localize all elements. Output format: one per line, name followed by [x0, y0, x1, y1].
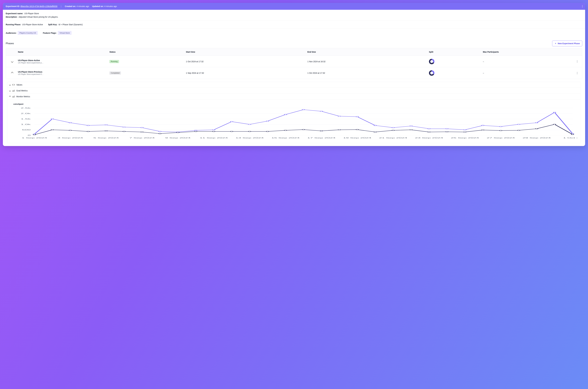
monitor-metrics-label: Monitor Metrics	[16, 95, 30, 98]
svg-point-24	[248, 124, 251, 125]
experiment-detail-page: Experiment ID: 8feec45e-1613-4734-9e93-c…	[3, 3, 585, 146]
row-expand-toggle[interactable]	[8, 61, 17, 63]
col-end: End time	[307, 51, 427, 53]
exp-id-label: Experiment ID:	[6, 5, 20, 7]
split-donut-icon	[429, 70, 434, 76]
created-on-value: 4 minutes ago	[77, 5, 89, 7]
running-phase-label: Running Phase:	[6, 23, 21, 26]
svg-text:17 Sep 2024: 17 Sep 2024	[307, 137, 336, 139]
svg-point-59	[320, 130, 323, 131]
svg-point-28	[320, 111, 323, 112]
phases-table: Name Status Start time End time Split Ma…	[6, 48, 582, 79]
experiment-desc-label: Description:	[6, 16, 18, 18]
chevron-down-icon	[9, 84, 11, 86]
row-overflow-menu[interactable]	[574, 72, 580, 74]
row-expand-toggle[interactable]	[8, 72, 17, 74]
svg-point-61	[356, 129, 359, 130]
feature-flag-chip[interactable]: Virtual-Store	[58, 31, 72, 35]
experiment-name-label: Experiment name:	[6, 12, 23, 15]
svg-point-58	[302, 129, 305, 130]
svg-point-60	[338, 130, 340, 130]
exp-id-value[interactable]: 8feec45e-1613-4734-9e93-c158cbdf9030	[21, 5, 58, 7]
code-icon	[12, 84, 15, 86]
svg-point-48	[123, 131, 125, 132]
chart-container: coinsSpent 05001.0k1.5k2.0k2.5k1 Sep 202…	[7, 99, 581, 143]
svg-point-35	[446, 128, 448, 129]
svg-text:19 Sep 2024: 19 Sep 2024	[343, 137, 371, 139]
start-time: 1 Sep 2024 at 17:32	[186, 72, 306, 74]
phase-subtitle: US Player Store experiment p…	[18, 62, 108, 64]
svg-text:1 Sep 2024: 1 Sep 2024	[22, 137, 47, 139]
split-key-value: Id + Phase Start (Dynamic)	[59, 23, 83, 26]
svg-point-39	[517, 124, 520, 125]
svg-point-34	[428, 128, 430, 129]
accordion-values[interactable]: Values	[7, 82, 581, 88]
svg-text:2.5k: 2.5k	[21, 107, 31, 109]
svg-point-46	[87, 131, 89, 132]
svg-point-37	[482, 125, 484, 126]
svg-point-44	[51, 130, 54, 130]
svg-point-72	[553, 124, 556, 125]
svg-point-53	[213, 131, 215, 132]
status-badge: Running	[109, 60, 119, 63]
header-bar: Experiment ID: 8feec45e-1613-4734-9e93-c…	[3, 3, 585, 10]
meta-name-desc: Experiment name: US-Player-Store Descrip…	[3, 10, 585, 21]
svg-point-33	[410, 126, 412, 126]
svg-point-70	[517, 130, 520, 131]
svg-point-68	[482, 130, 484, 130]
header-overflow-menu[interactable]	[582, 5, 583, 7]
svg-point-29	[338, 116, 340, 116]
feature-flags-label: Feature Flags:	[43, 32, 57, 34]
svg-point-66	[446, 131, 448, 132]
phase-expanded-panel: Values Goal Metrics Monitor Metrics coin…	[7, 82, 581, 143]
max-participants: –	[483, 60, 573, 63]
start-time: 1 Oct 2024 at 17:32	[186, 60, 306, 63]
svg-point-45	[69, 130, 71, 131]
svg-text:1.5k: 1.5k	[21, 118, 31, 120]
phase-name[interactable]: US-Player-Store-Previous	[18, 71, 108, 73]
accordion-goal-metrics[interactable]: Goal Metrics	[7, 88, 581, 94]
svg-text:27 Sep 2024: 27 Sep 2024	[487, 137, 515, 139]
meta-phase-split: Running Phase: US-Player-Store-Active Sp…	[3, 21, 585, 28]
svg-point-64	[410, 130, 412, 130]
svg-point-69	[499, 130, 502, 131]
svg-point-71	[535, 128, 538, 129]
svg-point-36	[464, 130, 466, 130]
audience-chip[interactable]: Players-Country-US	[18, 31, 38, 35]
svg-point-16	[105, 125, 107, 125]
updated-on-label: Updated on:	[92, 5, 104, 7]
svg-text:7 Sep 2024: 7 Sep 2024	[129, 137, 155, 139]
svg-text:11 Sep 2024: 11 Sep 2024	[200, 137, 228, 139]
svg-text:29 Sep 2024: 29 Sep 2024	[523, 137, 551, 139]
svg-point-54	[230, 131, 233, 132]
end-time: 1 Oct 2024 at 17:32	[307, 72, 427, 74]
phase-name[interactable]: US-Player-Store-Active	[18, 59, 108, 62]
chevron-down-icon	[11, 60, 13, 63]
svg-point-14	[69, 122, 71, 123]
audiences-label: Audiences:	[6, 32, 17, 34]
svg-text:23 Sep 2024: 23 Sep 2024	[415, 137, 443, 139]
chevron-up-icon	[9, 96, 11, 97]
svg-point-19	[159, 131, 161, 132]
chevron-up-icon	[11, 72, 13, 74]
row-overflow-menu[interactable]	[574, 60, 580, 63]
new-phase-button-label: New Experiment Phase	[558, 42, 580, 45]
end-time: 1 Nov 2024 at 16:32	[307, 60, 427, 63]
plus-icon: ＋	[555, 42, 557, 45]
svg-point-27	[302, 109, 305, 110]
col-maxp: Max Participants	[483, 51, 573, 53]
svg-point-50	[159, 133, 161, 134]
new-experiment-phase-button[interactable]: ＋ New Experiment Phase	[552, 41, 582, 46]
bar-chart-icon	[12, 90, 15, 92]
chevron-down-icon	[9, 90, 11, 92]
svg-point-67	[464, 132, 466, 132]
svg-point-15	[87, 125, 89, 126]
svg-text:13 Sep 2024: 13 Sep 2024	[236, 137, 264, 139]
svg-point-21	[195, 130, 197, 131]
svg-point-73	[571, 134, 574, 135]
svg-point-43	[33, 134, 35, 135]
svg-point-22	[213, 130, 215, 130]
svg-point-47	[105, 130, 107, 131]
svg-text:5 Sep 2024: 5 Sep 2024	[93, 137, 119, 139]
accordion-monitor-metrics[interactable]: Monitor Metrics	[7, 94, 581, 99]
